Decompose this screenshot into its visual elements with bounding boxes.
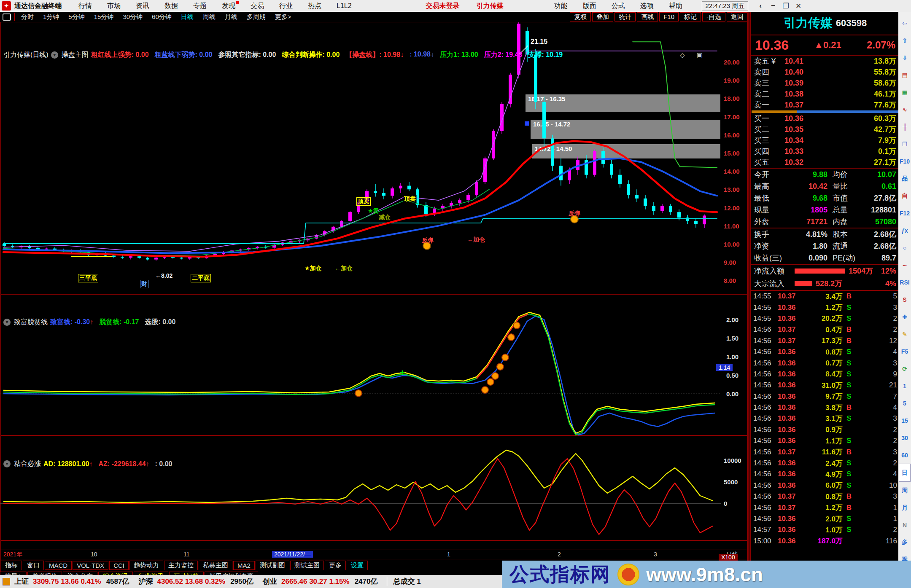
menu-item-热点[interactable]: 热点 — [308, 2, 321, 9]
trade-time: 14:56 — [753, 481, 778, 490]
stat-value: 0.61 — [858, 182, 896, 191]
menu-item-资讯[interactable]: 资讯 — [136, 2, 149, 9]
menu-item-L1L2[interactable]: L1L2 — [337, 2, 352, 9]
trade-count: 3 — [855, 303, 897, 312]
strip-icon-∽[interactable]: ∽ — [899, 256, 910, 274]
chevron-down-icon[interactable]: ▾ — [51, 51, 58, 59]
strip-icon-F10[interactable]: F10 — [899, 153, 910, 170]
menu-item-数据[interactable]: 数据 — [164, 2, 178, 9]
toolbar-button-叠加[interactable]: 叠加 — [592, 12, 613, 21]
strip-icon-N[interactable]: N — [899, 516, 910, 534]
strip-icon-⇦[interactable]: ⇦ — [899, 14, 910, 32]
strip-icon-5[interactable]: 5 — [899, 395, 910, 412]
strip-icon-✎[interactable]: ✎ — [899, 325, 910, 343]
chart-region[interactable]: 18.17 - 16.3516.35 - 14.7214.72 - 14.502… — [0, 22, 748, 550]
strip-icon-⟳[interactable]: ⟳ — [899, 360, 910, 377]
panel2-indicator-name[interactable]: 致富脱贫线 — [14, 318, 48, 327]
quick-stock-link[interactable]: 引力传媒 — [477, 2, 504, 11]
menu-item-功能[interactable]: 功能 — [554, 2, 568, 9]
chevron-down-icon[interactable]: ▾ — [3, 319, 11, 326]
market-icon[interactable] — [3, 578, 10, 585]
period-15分钟[interactable]: 15分钟 — [94, 13, 114, 21]
tick-trade-list[interactable]: 14:5510.373.4万B514:5510.361.2万S314:5510.… — [751, 291, 900, 547]
strip-icon-周[interactable]: 周 — [899, 482, 910, 499]
period-更多>[interactable]: 更多> — [275, 13, 291, 21]
trade-count: 12 — [855, 337, 897, 345]
strip-icon-○[interactable]: ○ — [899, 239, 910, 256]
strip-icon-ƒx[interactable]: ƒx — [899, 222, 910, 239]
strip-icon-1[interactable]: 1 — [899, 377, 910, 395]
main-indicator-header: 引力传媒(日线) ▾ 操盘主图 粗红线上强势: 0.00粗蓝线下弱势: 0.00… — [3, 51, 741, 59]
period-30分钟[interactable]: 30分钟 — [123, 13, 143, 21]
trade-direction: S — [843, 470, 855, 478]
trade-direction: B — [843, 325, 855, 334]
period-周线[interactable]: 周线 — [203, 13, 216, 21]
period-1分钟[interactable]: 1分钟 — [43, 13, 59, 21]
toolbar-button-标记[interactable]: 标记 — [680, 12, 701, 21]
toolbar-button-F10[interactable]: F10 — [659, 12, 679, 21]
menu-item-专题[interactable]: 专题 — [193, 2, 207, 9]
menu-item-版面[interactable]: 版面 — [583, 2, 596, 9]
period-分时[interactable]: 分时 — [21, 13, 34, 21]
panel-corner-icons[interactable]: ◇ ▣ — [680, 51, 708, 59]
close-button[interactable]: ✕ — [792, 2, 805, 11]
strip-icon-⇩[interactable]: ⇩ — [899, 49, 910, 66]
stock-name-header[interactable]: 引力传媒 603598 — [751, 12, 900, 35]
back-button[interactable]: ‹ — [754, 2, 767, 11]
strip-icon-⇧[interactable]: ⇧ — [899, 32, 910, 49]
menu-item-选项[interactable]: 选项 — [640, 2, 654, 9]
strip-icon-RSI[interactable]: RSI — [899, 274, 910, 291]
indicator-name[interactable]: 操盘主图 — [62, 51, 89, 59]
strip-icon-15[interactable]: 15 — [899, 412, 910, 429]
strip-icon-F5[interactable]: F5 — [899, 343, 910, 360]
strip-icon-╫[interactable]: ╫ — [899, 118, 910, 135]
svg-text:21.15: 21.15 — [531, 38, 547, 45]
period-60分钟[interactable]: 60分钟 — [152, 13, 172, 21]
trade-time: 14:56 — [753, 381, 778, 389]
menu-item-发现[interactable]: 发现 — [222, 2, 235, 9]
trade-row: 14:5610.366.0万S10 — [751, 480, 900, 491]
minimize-button[interactable]: − — [767, 2, 779, 11]
period-日线[interactable]: 日线 — [181, 13, 194, 21]
level-label: 买四 — [754, 146, 784, 156]
strip-icon-▦[interactable]: ▦ — [899, 83, 910, 101]
menu-item-行业[interactable]: 行业 — [279, 2, 293, 9]
trade-count: 1 — [855, 515, 897, 523]
strip-icon-▤[interactable]: ▤ — [899, 66, 910, 83]
money-flow-row: 净流入额1504万12% — [751, 265, 900, 277]
level-volume: 60.3万 — [874, 113, 896, 124]
trade-count: 3 — [855, 414, 897, 423]
strip-icon-多[interactable]: 多 — [899, 534, 910, 551]
strip-icon-F12[interactable]: F12 — [899, 204, 910, 222]
strip-icon-∿[interactable]: ∿ — [899, 101, 910, 118]
trade-count: 1 — [855, 504, 897, 512]
layout-icon[interactable] — [3, 13, 11, 21]
strip-icon-品[interactable]: 品 — [899, 170, 910, 187]
strip-icon-S[interactable]: S — [899, 291, 910, 308]
strip-icon-日[interactable]: 日 — [899, 464, 911, 482]
period-5分钟[interactable]: 5分钟 — [68, 13, 84, 21]
menu-item-交易[interactable]: 交易 — [251, 2, 264, 9]
strip-icon-月[interactable]: 月 — [899, 499, 910, 516]
strip-icon-自[interactable]: 自 — [899, 187, 910, 204]
restore-button[interactable]: ❐ — [779, 2, 792, 11]
login-status[interactable]: 交易未登录 — [426, 2, 460, 11]
menu-item-帮助[interactable]: 帮助 — [669, 2, 682, 9]
toolbar-button-画线[interactable]: 画线 — [637, 12, 658, 21]
toolbar-button--自选[interactable]: -自选 — [702, 12, 725, 21]
period-月线[interactable]: 月线 — [225, 13, 237, 21]
strip-icon-❐[interactable]: ❐ — [899, 135, 910, 153]
toolbar-button-统计[interactable]: 统计 — [615, 12, 636, 21]
period-多周期[interactable]: 多周期 — [247, 13, 266, 21]
strip-icon-✚[interactable]: ✚ — [899, 308, 910, 325]
chart-canvas[interactable]: 18.17 - 16.3516.35 - 14.7214.72 - 14.502… — [0, 22, 748, 572]
panel3-indicator-name[interactable]: 粘合必涨 — [14, 459, 41, 468]
strip-icon-30[interactable]: 30 — [899, 429, 910, 446]
menu-item-公式[interactable]: 公式 — [612, 2, 625, 9]
menu-item-市场[interactable]: 市场 — [107, 2, 121, 9]
chevron-down-icon[interactable]: ▾ — [3, 460, 11, 467]
toolbar-button-复权[interactable]: 复权 — [570, 12, 591, 21]
toolbar-button-返回[interactable]: 返回 — [727, 12, 748, 21]
menu-item-行情[interactable]: 行情 — [78, 2, 92, 9]
strip-icon-60[interactable]: 60 — [899, 446, 910, 464]
